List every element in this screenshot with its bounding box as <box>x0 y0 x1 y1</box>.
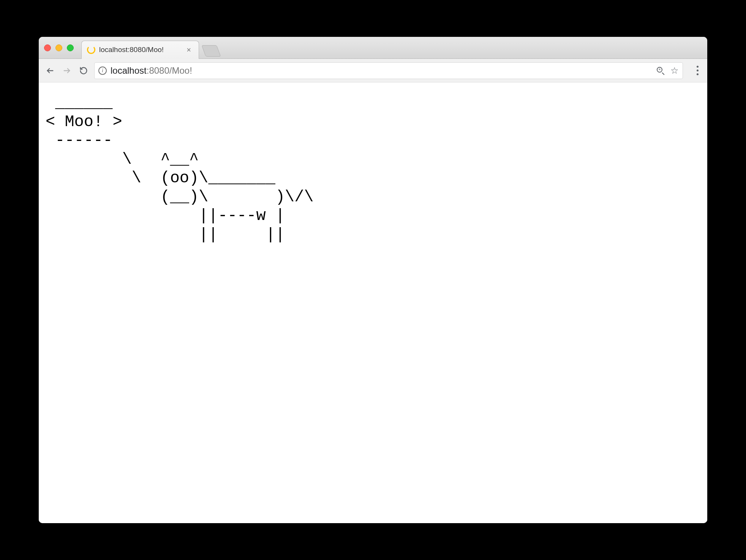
window-minimize-button[interactable] <box>55 44 62 51</box>
new-tab-button[interactable] <box>202 45 221 57</box>
zoom-icon[interactable]: + <box>657 67 664 74</box>
tab-close-button[interactable]: × <box>184 45 193 54</box>
forward-button[interactable] <box>61 65 73 77</box>
traffic-lights <box>44 44 74 51</box>
window-close-button[interactable] <box>44 44 51 51</box>
window-maximize-button[interactable] <box>67 44 74 51</box>
page-viewport: ______ < Moo! > ------ \ ^__^ \ (oo)\___… <box>39 82 707 523</box>
bookmark-star-icon[interactable]: ☆ <box>670 65 679 76</box>
browser-window: localhost:8080/Moo! × i localhost:8080/M… <box>39 37 707 523</box>
browser-menu-button[interactable] <box>693 66 702 75</box>
site-info-icon[interactable]: i <box>98 66 107 75</box>
reload-button[interactable] <box>77 65 90 77</box>
loading-spinner-icon <box>87 46 95 54</box>
url-port-path: :8080/Moo! <box>147 65 192 76</box>
titlebar: localhost:8080/Moo! × <box>39 37 707 59</box>
toolbar: i localhost:8080/Moo! + ☆ <box>39 59 707 82</box>
browser-tab[interactable]: localhost:8080/Moo! × <box>81 41 199 59</box>
cowsay-output: ______ < Moo! > ------ \ ^__^ \ (oo)\___… <box>46 94 700 244</box>
url-text: localhost:8080/Moo! <box>111 65 192 76</box>
tab-title: localhost:8080/Moo! <box>99 46 164 54</box>
url-host: localhost <box>111 65 147 76</box>
back-button[interactable] <box>44 65 56 77</box>
address-bar[interactable]: i localhost:8080/Moo! + ☆ <box>94 62 683 79</box>
omnibox-actions: + ☆ <box>657 65 679 76</box>
